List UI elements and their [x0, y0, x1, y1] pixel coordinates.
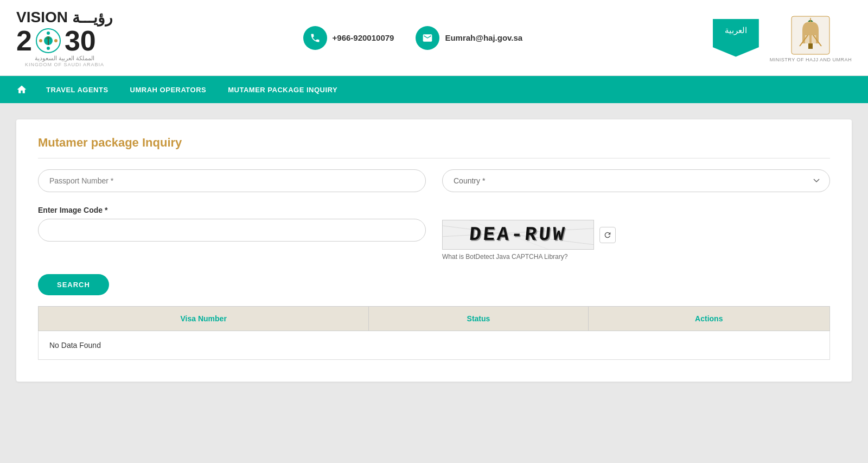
search-button-container: SEARCH [38, 274, 830, 295]
captcha-container: DEA-RUW [442, 220, 616, 250]
phone-number: +966-920010079 [333, 33, 394, 42]
email-address: Eumrah@haj.gov.sa [445, 33, 522, 42]
phone-contact: +966-920010079 [303, 26, 394, 50]
no-data-cell: No Data Found [39, 331, 830, 360]
captcha-text: DEA-RUW [469, 224, 568, 246]
navigation: TRAVEL AGENTS UMRAH OPERATORS MUTAMER PA… [0, 76, 868, 103]
passport-number-input[interactable] [38, 169, 426, 192]
email-contact: Eumrah@haj.gov.sa [416, 26, 522, 50]
ministry-label: MINISTRY OF HAJJ AND UMRAH [770, 57, 852, 62]
nav-home-icon[interactable] [16, 84, 27, 95]
country-select[interactable]: Country * [442, 169, 830, 192]
image-code-group: Enter Image Code * [38, 206, 426, 242]
captcha-display-group: DEA-RUW What is BotDetect Java CAPTCHA L… [442, 206, 830, 261]
header: VISION رؤيـــة 2 30 [0, 0, 868, 76]
header-right: العربية MINISTRY OF HAJJ AND UMRAH [713, 14, 852, 62]
nav-travel-agents[interactable]: TRAVEL AGENTS [43, 76, 111, 103]
table-col-visa: Visa Number [39, 307, 369, 331]
year-30: 30 [65, 27, 96, 55]
table-col-actions: Actions [588, 307, 829, 331]
passport-group [38, 169, 426, 192]
captcha-image: DEA-RUW [442, 220, 594, 250]
vision-arabic: رؤيـــة [72, 9, 113, 27]
phone-icon [303, 26, 327, 50]
table-col-status: Status [369, 307, 588, 331]
search-button[interactable]: SEARCH [38, 274, 109, 295]
vision-english: VISION [16, 9, 68, 26]
year-2: 2 [16, 27, 32, 55]
passport-country-row: Country * [38, 169, 830, 192]
ministry-logo: MINISTRY OF HAJJ AND UMRAH [770, 14, 852, 62]
captcha-row: Enter Image Code * DEA-RUW [38, 206, 830, 261]
form-card: Mutamer package Inquiry Country * Enter … [16, 119, 852, 382]
nav-mutamer-package[interactable]: MUTAMER PACKAGE INQUIRY [225, 76, 340, 103]
year-emblem [34, 27, 62, 55]
main-content: Mutamer package Inquiry Country * Enter … [0, 103, 868, 398]
svg-rect-8 [808, 43, 813, 49]
svg-point-2 [47, 31, 50, 35]
svg-point-3 [47, 47, 50, 50]
table-header: Visa Number Status Actions [39, 307, 830, 331]
email-icon [416, 26, 439, 50]
table-body: No Data Found [39, 331, 830, 360]
logo-section: VISION رؤيـــة 2 30 [16, 9, 113, 67]
captcha-refresh-button[interactable] [599, 227, 616, 243]
form-title: Mutamer package Inquiry [38, 136, 830, 158]
svg-point-4 [39, 39, 42, 42]
results-table: Visa Number Status Actions No Data Found [38, 306, 830, 360]
image-code-label: Enter Image Code * [38, 206, 426, 214]
country-group: Country * [442, 169, 830, 192]
vision-logo: VISION رؤيـــة [16, 9, 113, 27]
ministry-emblem [789, 14, 832, 57]
svg-point-5 [54, 39, 58, 42]
contact-section: +966-920010079 Eumrah@haj.gov.sa [303, 26, 523, 50]
table-row-no-data: No Data Found [39, 331, 830, 360]
year-logo: 2 30 [16, 27, 113, 55]
captcha-library-link[interactable]: What is BotDetect Java CAPTCHA Library? [442, 253, 567, 261]
arabic-language-button[interactable]: العربية [713, 19, 759, 57]
nav-umrah-operators[interactable]: UMRAH OPERATORS [127, 76, 209, 103]
kingdom-text: المملكة العربية السعودية KINGDOM OF SAUD… [16, 55, 113, 67]
image-code-input[interactable] [38, 219, 426, 242]
